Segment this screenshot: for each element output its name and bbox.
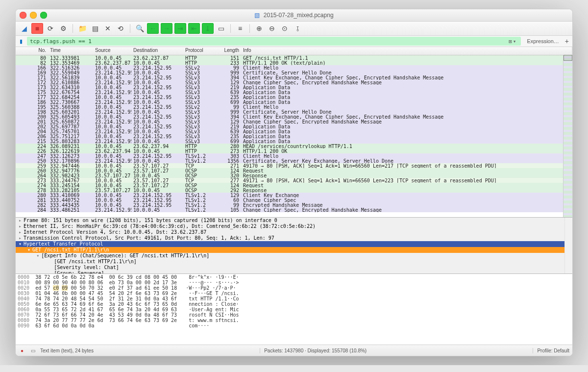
window-zoom-button[interactable] [40,12,47,19]
detail-http[interactable]: Hypertext Transfer Protocol [24,241,103,247]
filter-clear-icon[interactable]: ⊠ [509,38,512,45]
packet-minimap[interactable] [563,55,572,217]
packet-list-body[interactable]: 80132.33398110.0.0.4523.62.237.87HTTP151… [16,55,572,217]
go-last-button[interactable]: ⤓ [202,23,214,34]
table-row[interactable]: 175322.67675423.214.152.9510.0.0.45SSLv3… [16,90,572,95]
table-row[interactable]: 226326.12261923.62.237.9410.0.0.45HTTP27… [16,149,572,153]
table-row[interactable]: 260332.94777610.0.0.4523.57.107.27OCSP12… [16,168,572,173]
detail-eth[interactable]: Ethernet II, Src: HonHaiPr_6c:39:cd (78:… [24,223,316,229]
table-row[interactable]: 177322.68425410.0.0.4523.214.152.95SSLv3… [16,95,572,99]
minimap-handle[interactable] [564,55,572,61]
table-row[interactable]: 259332.94744610.0.0.4523.57.107.27TCP271… [16,163,572,168]
detail-request-line[interactable]: GET /ncsi.txt HTTP/1.1\r\n [32,247,109,252]
table-row[interactable]: 204325.74570123.214.152.9510.0.0.45SSLv3… [16,129,572,134]
bookmark-filter-icon[interactable]: ▮ [17,37,25,45]
col-no[interactable]: No. [16,47,48,55]
expert-info-icon[interactable]: ● [19,347,25,354]
capture-options-button[interactable]: ⚙ [58,24,69,33]
window-title: 2015-07-28_mixed.pcapng [264,12,334,19]
packet-details-pane[interactable]: ▸Frame 80: 151 bytes on wire (1208 bits)… [16,217,572,273]
open-file-button[interactable]: 📁 [77,24,88,33]
table-row[interactable]: 250332.17089623.214.152.9510.0.0.45TLSv1… [16,158,572,163]
table-row[interactable]: 195325.56038810.0.0.4523.214.152.95SSLv2… [16,104,572,109]
resize-columns-button[interactable]: ⫱ [292,24,303,33]
table-row[interactable]: 166322.51632610.0.0.4523.214.152.95SSLv2… [16,65,572,70]
col-info[interactable]: Info [241,47,572,55]
packet-bytes-pane[interactable]: 0000 38 72 c0 5e 6b 22 78 e4 00 6c 39 cd… [16,273,572,345]
table-row[interactable]: 206325.75121710.0.0.4523.214.152.95SSLv3… [16,134,572,139]
detail-tcp[interactable]: Transmission Control Protocol, Src Port:… [24,235,274,241]
table-row[interactable]: 200325.60549310.0.0.4523.214.152.95SSLv3… [16,114,572,119]
table-row[interactable]: 215325.80328323.214.152.9510.0.0.45SSLv3… [16,139,572,144]
stop-capture-button[interactable]: ■ [31,23,43,34]
table-row[interactable]: 281333.44075210.0.0.4523.214.152.95TLSv1… [16,198,572,202]
filter-add-button[interactable]: + [563,37,571,45]
auto-scroll-button[interactable]: ▭ [216,24,226,33]
filter-expression-button[interactable]: Expression… [523,38,561,44]
table-row[interactable]: 280333.41006910.0.0.4523.214.152.95TLSv1… [16,193,572,198]
status-profile[interactable]: Profile: Default [533,348,569,353]
table-row[interactable]: 82132.35346923.62.237.8710.0.0.45HTTP233… [16,60,572,65]
window-close-button[interactable] [20,12,26,19]
detail-ip[interactable]: Internet Protocol Version 4, Src: 10.0.0… [24,229,206,235]
table-row[interactable]: 274333.24515410.0.0.4523.57.107.27OCSP12… [16,183,572,188]
col-source[interactable]: Source [93,47,131,55]
colorize-button[interactable]: ≡ [235,24,245,33]
app-window: ▧ 2015-07-28_mixed.pcapng ◢ ■ ⟳ ⚙ 📁 ▤ ✕ … [15,9,573,356]
zoom-out-button[interactable]: ⊖ [267,24,277,33]
col-destination[interactable]: Destination [131,47,183,55]
window-minimize-button[interactable] [30,12,37,19]
table-row[interactable]: 264332.98242323.57.107.2710.0.0.45OCSP32… [16,173,572,178]
table-row[interactable]: 198325.60320123.214.152.9510.0.0.45SSLv3… [16,109,572,114]
display-filter-value: tcp.flags.push == 1 [30,38,92,45]
shark-fin-icon[interactable]: ◢ [19,24,29,33]
go-forward-button[interactable]: → [161,23,172,34]
zoom-in-button[interactable]: ⊕ [254,24,265,33]
col-time[interactable]: Time [48,47,93,55]
capture-file-properties-icon[interactable]: ▭ [29,347,36,354]
reload-button[interactable]: ⟲ [115,24,126,33]
table-row[interactable]: 171322.56183910.0.0.4523.214.152.95SSLv3… [16,75,572,80]
status-left: Text item (text), 24 bytes [40,348,94,353]
table-row[interactable]: 172322.61088623.214.152.9510.0.0.45SSLv3… [16,80,572,85]
find-packet-button[interactable]: 🔍 [134,24,145,33]
display-filter-input[interactable]: tcp.flags.push == 1 ⊠ ▾ [27,37,521,46]
table-row[interactable]: 247332.12627310.0.0.4523.214.152.95TLSv1… [16,153,572,158]
table-row[interactable]: 186322.73066723.214.152.9510.0.0.45SSLv3… [16,99,572,104]
document-icon: ▧ [254,12,260,19]
save-file-button[interactable]: ▤ [90,24,100,33]
table-row[interactable]: 273333.24476710.0.0.4523.57.107.27TCP277… [16,178,572,183]
status-packet-counts: Packets: 1437980 · Displayed: 155708 (10… [260,348,367,353]
zoom-reset-button[interactable]: ⊙ [279,24,290,33]
table-row[interactable]: 201325.65087223.214.152.9510.0.0.45SSLv3… [16,119,572,124]
table-row[interactable]: 224326.08923110.0.0.4523.62.237.94HTTP28… [16,144,572,149]
close-file-button[interactable]: ✕ [102,24,113,33]
table-row[interactable]: 80132.33398110.0.0.4523.62.237.87HTTP151… [16,55,572,60]
titlebar: ▧ 2015-07-28_mixed.pcapng [16,9,572,22]
go-to-packet-button[interactable]: ⇥ [174,23,186,34]
detail-expert2: [GET /ncsi.txt HTTP/1.1\r\n] [54,259,137,264]
details-scrollbar[interactable] [564,218,572,273]
display-filter-bar: ▮ tcp.flags.push == 1 ⊠ ▾ Expression… + [16,36,572,47]
table-row[interactable]: 173322.63431010.0.0.4523.214.152.95SSLv3… [16,85,572,90]
packet-list-header[interactable]: No. Time Source Destination Protocol Len… [16,47,572,55]
detail-severity: [Severity level: Chat] [54,265,119,270]
table-row[interactable]: 202325.69778710.0.0.4523.214.152.95SSLv3… [16,124,572,129]
go-first-button[interactable]: ⇤ [188,23,200,34]
table-row[interactable]: 284333.48625123.214.152.9510.0.0.45TLSv1… [16,207,572,212]
table-row[interactable]: 169322.55904923.214.152.9510.0.0.45SSLv3… [16,70,572,75]
go-back-button[interactable]: ← [147,23,159,34]
toolbar: ◢ ■ ⟳ ⚙ 📁 ▤ ✕ ⟲ 🔍 ← → ⇥ ⇤ ⤓ ▭ ≡ ⊕ ⊖ ⊙ ⫱ [16,22,572,36]
restart-capture-button[interactable]: ⟳ [45,24,56,33]
table-row[interactable]: 278333.28210523.57.107.2710.0.0.45OCSP29… [16,188,572,193]
status-bar: ● ▭ Text item (text), 24 bytes Packets: … [16,345,572,356]
col-protocol[interactable]: Protocol [183,47,216,55]
table-row[interactable]: 282333.44343510.0.0.4523.214.152.95TLSv1… [16,202,572,207]
filter-dropdown-icon[interactable]: ▾ [513,38,516,45]
detail-expert[interactable]: [Expert Info (Chat/Sequence): GET /ncsi.… [41,253,209,258]
col-length[interactable]: Length [216,47,241,55]
packet-list-pane: No. Time Source Destination Protocol Len… [16,47,572,217]
detail-frame[interactable]: Frame 80: 151 bytes on wire (1208 bits),… [24,218,277,223]
